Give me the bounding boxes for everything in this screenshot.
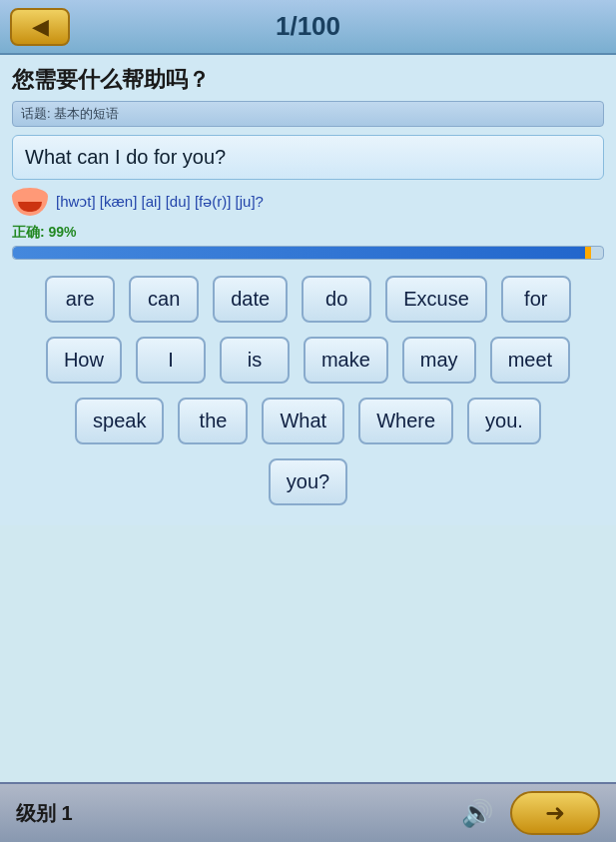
words-area: are can date do Excuse for How I is make… <box>12 276 604 505</box>
word-row-1: are can date do Excuse for <box>22 276 594 323</box>
header: ◀ 1/100 <box>0 0 616 55</box>
word-button-is[interactable]: is <box>220 337 290 384</box>
word-button-for[interactable]: for <box>501 276 571 323</box>
progress-bar-end <box>585 247 591 259</box>
word-row-3: speak the What Where you. <box>22 398 594 444</box>
question-title: 您需要什么帮助吗？ <box>12 65 604 95</box>
word-button-make[interactable]: make <box>304 337 388 384</box>
word-button-youq[interactable]: you? <box>269 458 347 505</box>
word-button-date[interactable]: date <box>213 276 288 323</box>
word-row-4: you? <box>22 458 594 505</box>
page-counter: 1/100 <box>276 11 340 42</box>
next-button[interactable]: ➜ <box>510 791 600 835</box>
speaker-icon: 🔊 <box>461 798 493 829</box>
mouth-icon[interactable] <box>12 188 48 216</box>
pronunciation-row: [hwɔt] [kæn] [ai] [du] [fə(r)] [ju]? <box>12 188 604 216</box>
level-label: 级别 1 <box>16 800 73 827</box>
progress-bar-fill <box>13 247 591 259</box>
footer: 级别 1 🔊 ➜ <box>0 782 616 842</box>
word-button-are[interactable]: are <box>45 276 115 323</box>
word-button-the[interactable]: the <box>178 398 248 444</box>
word-button-youdot[interactable]: you. <box>467 398 541 444</box>
back-button[interactable]: ◀ <box>10 8 70 46</box>
word-button-speak[interactable]: speak <box>75 398 164 444</box>
word-button-how[interactable]: How <box>46 337 122 384</box>
progress-bar-background <box>12 246 604 260</box>
topic-bar: 话题: 基本的短语 <box>12 101 604 127</box>
sentence-display: What can I do for you? <box>12 135 604 180</box>
pronunciation-text: [hwɔt] [kæn] [ai] [du] [fə(r)] [ju]? <box>56 193 264 211</box>
word-row-2: How I is make may meet <box>22 337 594 384</box>
word-button-i[interactable]: I <box>136 337 206 384</box>
progress-label: 正确: 99% <box>12 224 604 242</box>
word-button-excuse[interactable]: Excuse <box>385 276 487 323</box>
footer-right: 🔊 ➜ <box>454 791 600 835</box>
main-content: 您需要什么帮助吗？ 话题: 基本的短语 What can I do for yo… <box>0 55 616 525</box>
word-button-meet[interactable]: meet <box>490 337 570 384</box>
word-button-do[interactable]: do <box>302 276 371 323</box>
speaker-button[interactable]: 🔊 <box>454 794 500 832</box>
word-button-where[interactable]: Where <box>358 398 453 444</box>
back-arrow-icon: ◀ <box>32 14 49 40</box>
word-button-may[interactable]: may <box>402 337 476 384</box>
word-button-what[interactable]: What <box>262 398 344 444</box>
word-button-can[interactable]: can <box>129 276 199 323</box>
next-arrow-icon: ➜ <box>545 799 565 827</box>
mouth-inner <box>18 202 42 212</box>
